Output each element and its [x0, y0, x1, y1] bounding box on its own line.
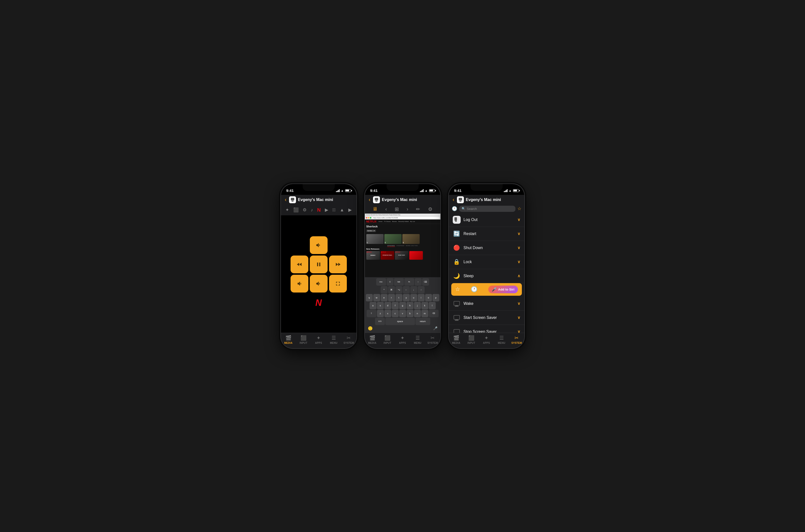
menu-item-lock[interactable]: 🔒 Lock ∨ — [449, 255, 524, 269]
tab-menu-2[interactable]: ☰ MENU — [410, 335, 425, 344]
morelikethis-tab[interactable]: MORE LIKE THIS — [406, 245, 418, 247]
mic-button[interactable]: 🎤 — [432, 326, 439, 330]
key-return[interactable]: return — [416, 318, 430, 325]
series-selector[interactable]: Series 1 ▾ — [366, 230, 376, 232]
menu-item-logout[interactable]: Log Out ∨ — [449, 213, 524, 227]
key-x[interactable]: x — [384, 310, 391, 317]
tab-menu-3[interactable]: ☰ MENU — [494, 335, 509, 344]
back-nav-icon[interactable]: ‹ — [385, 206, 387, 212]
key-k[interactable]: k — [421, 302, 428, 309]
search-container[interactable]: 🔍 Search — [459, 206, 515, 212]
key-left[interactable]: ← — [403, 286, 410, 293]
play-icon[interactable]: ▶ — [324, 206, 329, 214]
add-to-siri-button[interactable]: 🎤 Add to Siri — [488, 286, 518, 293]
back-button-3[interactable]: ‹ — [453, 196, 455, 203]
key-g[interactable]: g — [399, 302, 406, 309]
key-a[interactable]: a — [369, 302, 377, 309]
key-up[interactable]: ↑ — [415, 278, 422, 286]
back-button-1[interactable]: ‹ — [285, 196, 287, 203]
key-m[interactable]: m — [421, 310, 428, 317]
key-t[interactable]: t — [396, 294, 402, 301]
crosshair-icon[interactable]: ✦ — [285, 206, 290, 214]
key-s[interactable]: s — [377, 302, 384, 309]
key-d[interactable]: d — [384, 302, 391, 309]
episodes-tab[interactable]: EPISODES — [387, 245, 395, 247]
key-c[interactable]: c — [392, 310, 399, 317]
play-pause-button[interactable] — [310, 255, 328, 273]
tab-input-2[interactable]: ⬛ INPUT — [380, 335, 395, 344]
key-p[interactable]: p — [433, 294, 439, 301]
episode-3[interactable]: 3 — [402, 234, 420, 244]
key-b[interactable]: b — [406, 310, 414, 317]
key-q[interactable]: q — [366, 294, 373, 301]
key-down[interactable]: ↓ — [410, 286, 417, 293]
key-y[interactable]: y — [403, 294, 410, 301]
pencil-icon[interactable]: ✏ — [416, 206, 420, 212]
key-shift[interactable]: ⇧ — [367, 310, 377, 317]
key-u[interactable]: u — [410, 294, 417, 301]
tab-media-2[interactable]: 🎬 MEDIA — [365, 335, 380, 344]
airplay-icon[interactable]: ⬛ — [292, 206, 300, 214]
key-ctrl[interactable]: ^ — [381, 286, 388, 293]
tab-apps-2[interactable]: ✦ APPS — [395, 335, 410, 344]
tab-system-2[interactable]: ✂ SYSTEM — [425, 335, 440, 344]
tab-media-3[interactable]: 🎬 MEDIA — [449, 335, 464, 344]
emoji-button[interactable]: 🙂 — [366, 326, 374, 331]
key-shift-up[interactable]: ⇧ — [387, 278, 394, 286]
key-del[interactable]: ⌫ — [429, 310, 439, 317]
key-z[interactable]: z — [377, 310, 384, 317]
netflix-button[interactable]: N — [310, 294, 328, 312]
tab-input-3[interactable]: ⬛ INPUT — [464, 335, 479, 344]
tab-system-1[interactable]: ✂ SYSTEM — [341, 335, 356, 344]
key-h[interactable]: h — [406, 302, 414, 309]
youtube-icon[interactable]: ▶⃝ — [331, 206, 337, 214]
back-button-2[interactable]: ‹ — [369, 196, 370, 203]
tab-menu-1[interactable]: ☰ MENU — [326, 335, 341, 344]
plex-icon[interactable]: ▶ — [347, 206, 353, 214]
menu-item-start-screensaver[interactable]: Start Screen Saver ∨ — [449, 311, 524, 325]
key-o[interactable]: o — [425, 294, 432, 301]
episode-2[interactable]: 2 — [384, 234, 402, 244]
menu-item-sleep[interactable]: 🌙 Sleep ∧ — [449, 269, 524, 283]
key-123[interactable]: 123 — [375, 318, 385, 325]
menu-item-wake[interactable]: Wake ∨ — [449, 297, 524, 311]
grid-icon[interactable]: ⊞ — [395, 206, 399, 212]
key-fn[interactable]: fn — [404, 278, 414, 286]
address-bar[interactable]: https://www.netflix.com/title/70140358 — [372, 217, 439, 219]
tab-system-3[interactable]: ✂ SYSTEM — [509, 335, 524, 344]
recent-icon[interactable]: 🕐 — [452, 206, 457, 211]
gear-icon-1[interactable]: ⚙ — [301, 206, 308, 214]
itunes-icon[interactable]: ▲ — [339, 206, 345, 214]
key-l[interactable]: l — [429, 302, 436, 309]
overview-tab[interactable]: OVERVIEW — [397, 245, 404, 247]
rewind-button[interactable] — [291, 255, 308, 273]
nr-card-2[interactable]: NETFLIX OPERATION FINALE — [381, 251, 394, 260]
netflix-icon[interactable]: N — [316, 206, 322, 214]
key-e[interactable]: e — [381, 294, 388, 301]
tab-media-1[interactable]: 🎬 MEDIA — [281, 335, 296, 344]
menu-item-shutdown[interactable]: 🔴 Shut Down ∨ — [449, 241, 524, 255]
key-backspace[interactable]: ⌫ — [422, 278, 429, 286]
key-i[interactable]: i — [418, 294, 425, 301]
nr-card-3[interactable]: NETFLIX MONEY HEIST — [395, 251, 408, 260]
key-right[interactable]: → — [418, 286, 425, 293]
key-tab[interactable]: tab — [394, 278, 404, 286]
tab-input-1[interactable]: ⬛ INPUT — [296, 335, 311, 344]
volume-up-button[interactable] — [310, 236, 328, 254]
tab-apps-3[interactable]: ✦ APPS — [479, 335, 494, 344]
key-j[interactable]: j — [414, 302, 421, 309]
key-n[interactable]: n — [414, 310, 421, 317]
sleep-star-button[interactable]: ☆ — [455, 286, 460, 292]
episode-1[interactable]: 1 — [366, 234, 384, 244]
key-cmd[interactable]: ⌘ — [388, 286, 395, 293]
volume-down-button[interactable] — [291, 275, 308, 292]
monitor-icon[interactable]: 🖥 — [372, 206, 378, 212]
fullscreen-button[interactable] — [329, 275, 347, 292]
menu-item-stop-screensaver[interactable]: Stop Screen Saver ∨ — [449, 325, 524, 333]
nr-card-1[interactable]: NETFLIX MANIAC — [366, 251, 380, 260]
key-opt[interactable]: ⌥ — [396, 286, 402, 293]
key-space[interactable]: space — [385, 318, 415, 325]
menu-item-restart[interactable]: 🔄 Restart ∨ — [449, 227, 524, 241]
key-r[interactable]: r — [388, 294, 395, 301]
forward-nav-icon[interactable]: › — [406, 206, 408, 212]
